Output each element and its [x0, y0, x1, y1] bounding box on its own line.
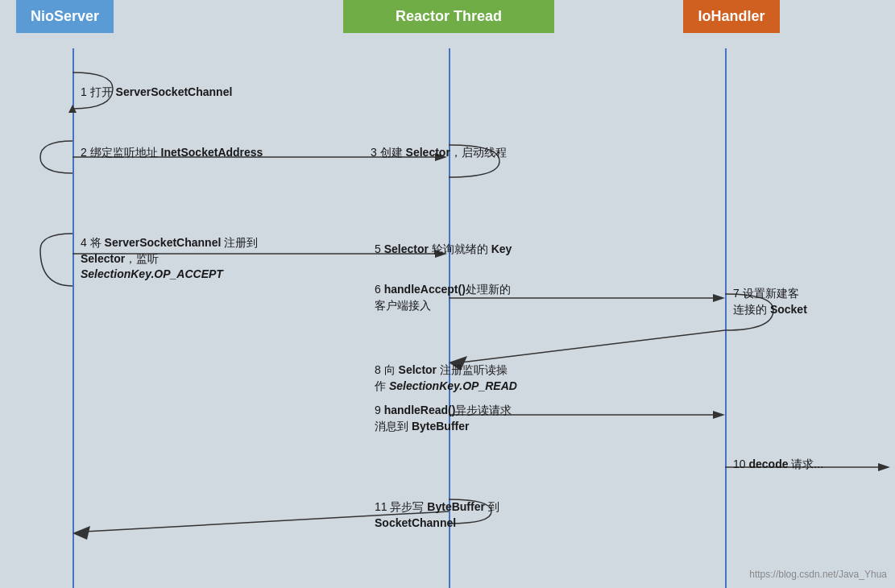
msg11-label: 11 异步写 ByteBuffer 到 SocketChannel	[375, 499, 499, 531]
iohandler-label: IoHandler	[698, 8, 764, 24]
lifeline-nioserver	[73, 48, 74, 588]
watermark-text: https://blog.csdn.net/Java_Yhua	[749, 569, 887, 580]
watermark: https://blog.csdn.net/Java_Yhua	[749, 569, 887, 580]
msg3-label: 3 创建 Selector，启动线程	[371, 145, 507, 161]
svg-marker-10	[713, 411, 725, 419]
sequence-diagram: NioServer Reactor Thread IoHandler	[0, 0, 895, 588]
header-reactor: Reactor Thread	[343, 0, 554, 33]
svg-marker-6	[713, 294, 725, 302]
svg-marker-14	[73, 526, 90, 540]
nioserver-label: NioServer	[31, 8, 99, 24]
header-nioserver: NioServer	[16, 0, 114, 33]
msg9-label: 9 handleRead()异步读请求消息到 ByteBuffer	[375, 403, 512, 434]
header-iohandler: IoHandler	[683, 0, 780, 33]
msg6-label: 6 handleAccept()处理新的客户端接入	[375, 282, 511, 313]
svg-marker-12	[878, 463, 890, 471]
msg4-label: 4 将 ServerSocketChannel 注册到 Selector，监听 …	[81, 235, 258, 283]
msg1-label: 1 打开 ServerSocketChannel	[81, 85, 232, 101]
svg-line-7	[461, 330, 725, 362]
msg2-label: 2 绑定监听地址 InetSocketAddress	[81, 145, 263, 161]
reactor-label: Reactor Thread	[396, 8, 502, 24]
msg10-label: 10 decode 请求...	[733, 457, 823, 473]
msg7-label: 7 设置新建客连接的 Socket	[733, 286, 807, 317]
msg8-label: 8 向 Selctor 注册监听读操 作 SelectionKey.OP_REA…	[375, 362, 517, 394]
msg5-label: 5 Selector 轮询就绪的 Key	[375, 242, 512, 258]
lifeline-iohandler	[725, 48, 727, 588]
